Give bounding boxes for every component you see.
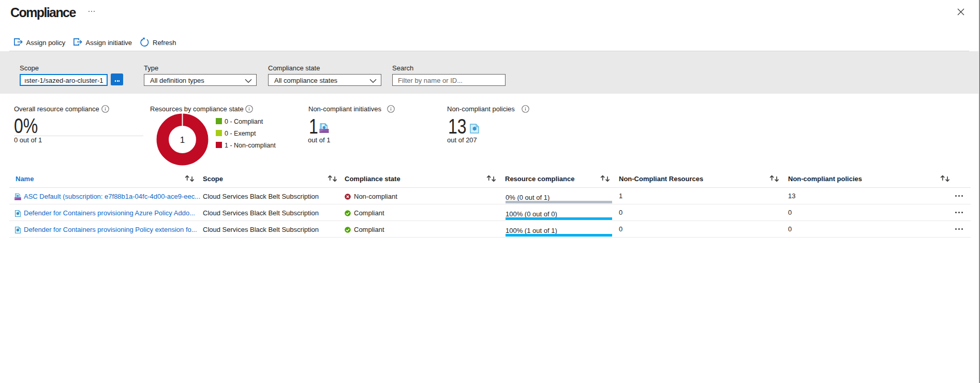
svg-text:1: 1 [180,135,185,145]
